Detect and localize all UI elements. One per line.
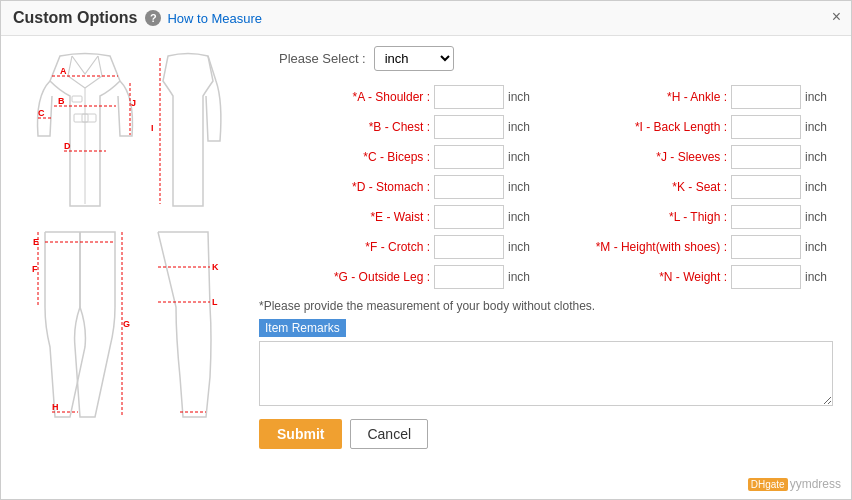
svg-text:I: I [151,123,154,133]
input-L[interactable] [731,205,801,229]
field-row-M: *M - Height(with shoes) : inch [556,235,833,259]
pants-front-diagram: E F G H [30,227,130,422]
footer-row: Submit Cancel [259,419,833,449]
input-M[interactable] [731,235,801,259]
submit-button[interactable]: Submit [259,419,342,449]
field-label-F: *F - Crotch : [365,240,430,254]
input-I[interactable] [731,115,801,139]
svg-text:J: J [131,98,136,108]
unit-B: inch [508,120,536,134]
field-label-G: *G - Outside Leg : [334,270,430,284]
modal-container: Custom Options ? How to Measure × [0,0,852,500]
unit-C: inch [508,150,536,164]
jacket-back-diagram: I [148,46,228,221]
unit-E: inch [508,210,536,224]
cancel-button[interactable]: Cancel [350,419,428,449]
field-label-K: *K - Seat : [672,180,727,194]
unit-I: inch [805,120,833,134]
page-title: Custom Options [13,9,137,27]
item-remarks-label[interactable]: Item Remarks [259,319,346,337]
input-B[interactable] [434,115,504,139]
field-label-M: *M - Height(with shoes) : [596,240,727,254]
remarks-section: Item Remarks [259,319,833,409]
unit-G: inch [508,270,536,284]
field-row-A: *A - Shoulder : inch [259,85,536,109]
unit-A: inch [508,90,536,104]
svg-text:F: F [32,264,38,274]
note-text: *Please provide the measurement of your … [259,299,833,313]
input-G[interactable] [434,265,504,289]
field-row-F: *F - Crotch : inch [259,235,536,259]
svg-rect-2 [82,114,96,122]
field-row-G: *G - Outside Leg : inch [259,265,536,289]
watermark-logo: DHgate yymdress [748,477,841,491]
svg-rect-1 [74,114,88,122]
field-row-K: *K - Seat : inch [556,175,833,199]
field-row-N: *N - Weight : inch [556,265,833,289]
svg-text:D: D [64,141,71,151]
field-label-B: *B - Chest : [369,120,430,134]
unit-D: inch [508,180,536,194]
pants-diagrams: E F G H K [30,227,228,422]
input-J[interactable] [731,145,801,169]
close-button[interactable]: × [832,9,841,25]
field-label-E: *E - Waist : [370,210,430,224]
jacket-diagrams: A B C D J [30,46,228,221]
how-to-measure-link[interactable]: How to Measure [167,11,262,26]
form-section: Please Select : inch cm *A - Shoulder : … [249,46,843,481]
field-label-N: *N - Weight : [659,270,727,284]
svg-text:L: L [212,297,218,307]
field-row-J: *J - Sleeves : inch [556,145,833,169]
svg-text:A: A [60,66,67,76]
remarks-textarea[interactable] [259,341,833,406]
input-N[interactable] [731,265,801,289]
svg-text:G: G [123,319,130,329]
unit-N: inch [805,270,833,284]
modal-header: Custom Options ? How to Measure × [1,1,851,36]
unit-K: inch [805,180,833,194]
field-label-H: *H - Ankle : [667,90,727,104]
unit-M: inch [805,240,833,254]
unit-select[interactable]: inch cm [374,46,454,71]
svg-text:B: B [58,96,65,106]
input-D[interactable] [434,175,504,199]
unit-select-row: Please Select : inch cm [279,46,833,71]
svg-text:H: H [52,402,59,412]
select-label: Please Select : [279,51,366,66]
dh-logo: DHgate [748,478,788,491]
field-row-I: *I - Back Length : inch [556,115,833,139]
help-icon[interactable]: ? [145,10,161,26]
modal-body: A B C D J [1,36,851,491]
input-F[interactable] [434,235,504,259]
pants-side-diagram: K L [138,227,228,422]
field-row-E: *E - Waist : inch [259,205,536,229]
field-label-C: *C - Biceps : [363,150,430,164]
unit-F: inch [508,240,536,254]
input-C[interactable] [434,145,504,169]
unit-H: inch [805,90,833,104]
input-A[interactable] [434,85,504,109]
field-row-H: *H - Ankle : inch [556,85,833,109]
svg-text:K: K [212,262,219,272]
svg-rect-3 [72,96,82,102]
field-label-A: *A - Shoulder : [353,90,430,104]
field-row-L: *L - Thigh : inch [556,205,833,229]
field-row-B: *B - Chest : inch [259,115,536,139]
input-H[interactable] [731,85,801,109]
measurements-grid: *A - Shoulder : inch *H - Ankle : inch *… [259,85,833,289]
svg-text:C: C [38,108,45,118]
input-E[interactable] [434,205,504,229]
watermark: DHgate yymdress [748,477,841,492]
unit-L: inch [805,210,833,224]
field-label-I: *I - Back Length : [635,120,727,134]
jacket-front-diagram: A B C D J [30,46,140,221]
field-row-C: *C - Biceps : inch [259,145,536,169]
input-K[interactable] [731,175,801,199]
diagram-section: A B C D J [9,46,249,481]
field-label-L: *L - Thigh : [669,210,727,224]
field-label-D: *D - Stomach : [352,180,430,194]
field-row-D: *D - Stomach : inch [259,175,536,199]
unit-J: inch [805,150,833,164]
field-label-J: *J - Sleeves : [656,150,727,164]
watermark-name: yymdress [790,477,841,491]
